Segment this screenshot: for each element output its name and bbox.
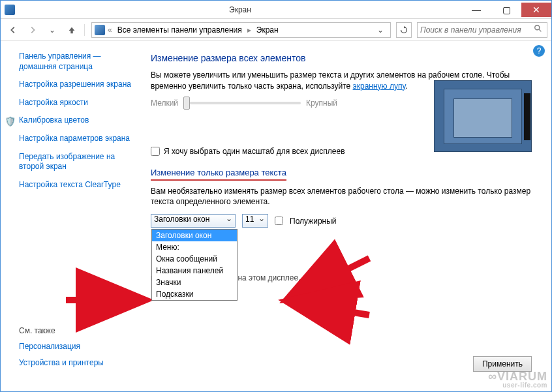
sidebar-link-label: Калибровка цветов <box>19 115 89 125</box>
recent-dropdown[interactable]: ⌄ <box>44 22 61 38</box>
minimize-button[interactable]: — <box>461 3 491 17</box>
size-combobox[interactable]: 11 <box>242 214 268 228</box>
element-dropdown-list: Заголовки окон Меню: Окна сообщений Назв… <box>151 229 238 301</box>
dropdown-option[interactable]: Заголовки окон <box>152 230 237 241</box>
sidebar-home-link[interactable]: Панель управления — домашняя страница <box>19 52 131 72</box>
svg-line-1 <box>539 29 542 32</box>
sidebar-link-brightness[interactable]: Настройка яркости <box>19 98 131 108</box>
separator <box>84 24 85 36</box>
preview-window-icon <box>444 89 522 144</box>
navbar: ⌄ « Все элементы панели управления ▸ Экр… <box>1 19 551 41</box>
section-heading-text-size: Изменение только размера текста <box>151 168 286 181</box>
display-preview-image <box>434 80 532 152</box>
sidebar-link-project[interactable]: Передать изображение на второй экран <box>19 152 131 172</box>
chevron-right-icon: ▸ <box>247 25 251 35</box>
location-icon <box>95 25 105 35</box>
sidebar-link-resolution[interactable]: Настройка разрешения экрана <box>19 80 131 90</box>
refresh-button[interactable] <box>396 22 412 38</box>
breadcrumb-dropdown[interactable]: ⌄ <box>373 25 388 35</box>
dropdown-option[interactable]: Окна сообщений <box>152 253 237 265</box>
see-also-personalization[interactable]: Персонализация <box>19 342 136 352</box>
breadcrumb-sep: « <box>108 25 112 35</box>
sidebar-link-cleartype[interactable]: Настройка текста ClearType <box>19 180 131 190</box>
body: Панель управления — домашняя страница На… <box>1 41 551 391</box>
app-icon <box>5 5 15 15</box>
bold-checkbox-label: Полужирный <box>290 217 337 226</box>
sidebar-link-display-settings[interactable]: Настройка параметров экрана <box>19 134 131 144</box>
close-button[interactable]: ✕ <box>521 3 551 17</box>
dropdown-option[interactable]: Названия панелей <box>152 265 237 277</box>
watermark: ∞VIARUM user-life.com <box>488 370 547 389</box>
svg-point-0 <box>535 25 540 30</box>
window-controls: — ▢ ✕ <box>461 3 551 17</box>
back-button[interactable] <box>5 22 22 38</box>
titlebar: Экран — ▢ ✕ <box>1 1 551 19</box>
search-icon[interactable] <box>534 24 544 35</box>
window: Экран — ▢ ✕ ⌄ « Все элементы панели упра… <box>0 0 552 392</box>
forward-button[interactable] <box>24 22 41 38</box>
shield-icon: 🛡️ <box>5 115 16 127</box>
maximize-button[interactable]: ▢ <box>491 3 521 17</box>
bold-checkbox[interactable] <box>275 217 283 225</box>
breadcrumb-item[interactable]: Все элементы панели управления <box>115 25 245 35</box>
scale-slider[interactable] <box>183 102 301 104</box>
window-title: Экран <box>19 5 461 14</box>
breadcrumb-item[interactable]: Экран <box>254 25 281 35</box>
help-icon[interactable]: ? <box>533 45 545 57</box>
search-input[interactable] <box>420 25 534 35</box>
element-combobox[interactable]: Заголовки окон Заголовки окон Меню: Окна… <box>151 214 236 228</box>
slider-label-small: Мелкий <box>151 98 178 108</box>
up-button[interactable] <box>63 22 80 38</box>
see-also-devices[interactable]: Устройства и принтеры <box>19 358 136 369</box>
section-heading-scale: Изменение размера всех элементов <box>151 53 538 63</box>
dropdown-option[interactable]: Значки <box>152 277 237 288</box>
main-content: ? Изменение размера всех элементов Вы мо… <box>138 41 551 391</box>
dropdown-option[interactable]: Меню: <box>152 241 237 253</box>
magnifier-link[interactable]: экранную лупу <box>353 82 406 91</box>
dropdown-option[interactable]: Подсказки <box>152 288 237 300</box>
breadcrumb[interactable]: « Все элементы панели управления ▸ Экран… <box>91 22 391 38</box>
see-also-heading: См. также <box>19 326 136 335</box>
search-box[interactable] <box>417 22 547 38</box>
sidebar-link-calibration[interactable]: 🛡️ Калибровка цветов <box>19 115 131 126</box>
preview-window-inner <box>453 98 512 138</box>
slider-label-large: Крупный <box>306 98 337 108</box>
sidebar-see-also: См. также Персонализация Устройства и пр… <box>19 326 136 375</box>
slider-thumb[interactable] <box>183 97 190 110</box>
text-size-controls: Заголовки окон Заголовки окон Меню: Окна… <box>151 214 538 228</box>
description2-text: Вам необязательно изменять размер всех э… <box>151 186 538 208</box>
single-scale-checkbox[interactable] <box>151 147 160 156</box>
checkbox-label: Я хочу выбрать один масштаб для всех дис… <box>164 147 345 156</box>
sidebar: Панель управления — домашняя страница На… <box>1 41 138 391</box>
